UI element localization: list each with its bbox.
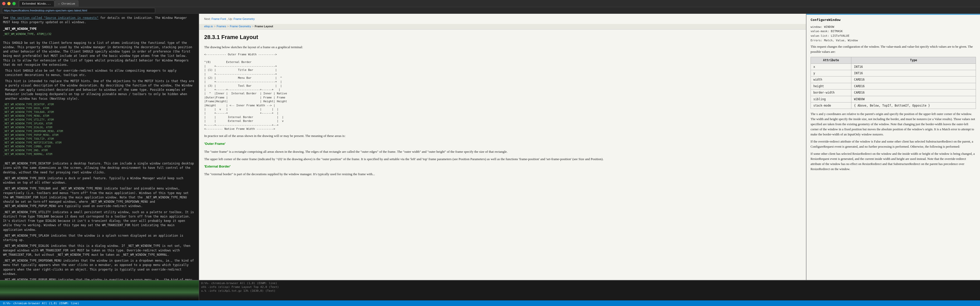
table-row: width CARD16 — [811, 76, 976, 83]
attributes-table: Attribute Type x INT16 y INT16 width CAR… — [811, 57, 976, 109]
main-area: See the section called "Source indicatio… — [0, 14, 980, 280]
middle-pane[interactable]: Next: Frame Font , Up: Frame Geometry el… — [199, 14, 807, 280]
table-header-attr: Attribute — [811, 57, 851, 63]
tab-2[interactable]: — Chromium — [55, 0, 78, 6]
outer-frame-label: 'Outer Frame' — [204, 141, 801, 147]
type-height: CARD16 — [851, 83, 976, 89]
atom-row-dialog: _NET_WM_WINDOW_TYPE_DIALOG, ATOM — [3, 125, 196, 129]
minimize-button[interactable] — [7, 2, 11, 5]
desc-splash: _NET_WM_WINDOW_TYPE_SPLASH indicates tha… — [3, 233, 196, 243]
bottom-image — [0, 281, 199, 300]
left-pane[interactable]: See the section called "Source indicatio… — [0, 14, 199, 280]
breadcrumb-frame-geometry[interactable]: Frame Geometry — [230, 24, 251, 29]
section-title-net-wm: _NET_WM_WINDOW_TYPE — [3, 27, 196, 31]
nav-up-link[interactable]: Frame Geometry — [234, 17, 255, 21]
config-desc-3: If the override-redirect attribute of th… — [811, 139, 976, 149]
atom-row-tooltip: _NET_WM_WINDOW_TYPE_TOOLTIP, ATOM — [3, 137, 196, 141]
maximize-button[interactable] — [12, 2, 16, 5]
config-desc-4: If some other client has selected Resize… — [811, 151, 976, 171]
intro-text: See the section called "Source indicatio… — [3, 16, 196, 25]
intro-para: The drawing below sketches the layout of… — [204, 44, 801, 50]
desc-popup: _NET_WM_WINDOW_TYPE_POPUP_MENU indicates… — [3, 278, 196, 280]
desc-toolbar: _NET_WM_WINDOW_TYPE_TOOLBAR and _NET_WM_… — [3, 186, 196, 208]
table-row: sibling WINDOW — [811, 96, 976, 102]
url-input[interactable] — [2, 8, 155, 13]
body-text-1: This SHOULD be set by the Client before … — [3, 41, 196, 67]
param-errors: Errors: Match, Value, Window — [811, 38, 976, 43]
table-row: x INT16 — [811, 63, 976, 70]
param-mask: value-mask: BITMASK — [811, 29, 976, 34]
bottom-strip: U:%%- chromium-browser All (1,0) (EXWM: … — [0, 280, 980, 300]
atom-row-normal: _NET_WM_WINDOW_TYPE_NORMAL, ATOM — [3, 152, 196, 156]
address-bar — [0, 7, 980, 14]
breadcrumb-root[interactable]: elisp.io — [204, 24, 213, 29]
external-border-label: 'External Border' — [204, 164, 801, 169]
type-y: INT16 — [851, 70, 976, 76]
type-stack-mode: { Above, Below, TopIf, BottomIf, Opposit… — [851, 102, 976, 109]
link-size-position[interactable]: Size and Position — [579, 157, 601, 161]
status-line-1: U:%%- chromium-browser All (1,0) (EXWM: … — [201, 282, 978, 285]
external-border-desc: The "external border" is part of the dec… — [204, 171, 801, 177]
nav-up-label: Up: — [228, 17, 234, 21]
atom-row-dock: _NET_WM_WINDOW_TYPE_DOCK, ATOM — [3, 106, 196, 110]
breadcrumb-sep-3: > — [252, 24, 254, 29]
table-header-type: Type — [851, 57, 976, 63]
type-border-width: CARD16 — [851, 89, 976, 96]
link-frame-position[interactable]: frame-position — [519, 157, 539, 161]
attr-sibling: sibling — [811, 96, 851, 102]
and-text: and — [540, 157, 545, 161]
status-line-3: u.% -info (eliXp1.txt.gz 13% (1630,0) (T… — [201, 289, 978, 292]
window-controls[interactable] — [2, 2, 16, 5]
frame-diagram: <------------ Outer Frame Width --------… — [204, 52, 801, 131]
right-pane[interactable]: ConfigureWindow window: WINDOW value-mas… — [807, 14, 980, 280]
function-name: ConfigureWindow — [811, 17, 976, 23]
attr-x: x — [811, 63, 851, 70]
breadcrumb-frames[interactable]: Frames — [217, 24, 226, 29]
attr-stack-mode: stack-mode — [811, 102, 851, 109]
atom-row-menu: _NET_WM_WINDOW_TYPE_MENU, ATOM — [3, 114, 196, 118]
close-button[interactable] — [2, 2, 6, 5]
hint-text-1: This hint SHOULD also be set for overrid… — [5, 68, 196, 78]
highlight-bar — [807, 14, 980, 15]
type-x: INT16 — [851, 63, 976, 70]
atom-type-header: _NET_WM_WINDOW_TYPE, ATOM[]/32 — [3, 32, 196, 36]
table-row: stack-mode { Above, Below, TopIf, Bottom… — [811, 102, 976, 109]
bottom-status: U:%%- chromium-browser All (1,0) (EXWM: … — [199, 281, 980, 300]
table-row: height CARD16 — [811, 83, 976, 89]
tab-2-label: — Chromium — [58, 2, 75, 5]
tab-1[interactable]: Extended Windo... — [19, 0, 54, 6]
atom-row-utility: _NET_WM_WINDOW_TYPE_UTILITY, ATOM — [3, 118, 196, 122]
breadcrumb-current: Frame Layout — [255, 24, 273, 29]
attr-height: height — [811, 83, 851, 89]
nav-next-label: Next: — [204, 17, 212, 21]
status-bar: U:%%- chromium-browser All (1,0) (EXWM: … — [0, 300, 980, 306]
desc-desktop: _NET_WM_WINDOW_TYPE_DESKTOP indicates a … — [3, 162, 196, 175]
desc-dialog: _NET_WM_WINDOW_TYPE_DIALOG indicates tha… — [3, 244, 196, 257]
desc-utility: _NET_WM_WINDOW_TYPE_UTILITY indicates a … — [3, 210, 196, 232]
diagram-note: In practice not all of the areas shown i… — [204, 133, 801, 139]
params-block: window: WINDOW value-mask: BITMASK value… — [811, 25, 976, 43]
table-row: border-width CARD16 — [811, 89, 976, 96]
hint-text-2: This hint is intended to replace the MOT… — [5, 79, 196, 101]
atom-row-toolbar: _NET_WM_WINDOW_TYPE_TOOLBAR, ATOM — [3, 110, 196, 114]
atom-list: _NET_WM_WINDOW_TYPE_DESKTOP, ATOM _NET_W… — [3, 103, 196, 156]
nav-next-link[interactable]: Frame Font — [212, 17, 226, 21]
attr-border-width: border-width — [811, 89, 851, 96]
atom-row-combo: _NET_WM_WINDOW_TYPE_COMBO, ATOM — [3, 144, 196, 148]
link-position-params[interactable]: Position Parameters — [458, 157, 485, 161]
desc-dock: _NET_WM_WINDOW_TYPE_DOCK indicates a doc… — [3, 176, 196, 185]
title-bar: Extended Windo... — Chromium — [0, 0, 980, 7]
source-indication-link[interactable]: the section called "Source indication in… — [10, 16, 99, 20]
config-desc-1: This request changes the configuration o… — [811, 44, 976, 54]
status-line-2: u%% -info (elisp) Frame Layout Top 42,0 … — [201, 285, 978, 289]
attr-width: width — [811, 76, 851, 83]
nav-links: Next: Frame Font , Up: Frame Geometry — [204, 17, 801, 21]
config-desc-2: The x and y coordinates are relative to … — [811, 111, 976, 137]
atom-row-dropdown: _NET_WM_WINDOW_TYPE_DROPDOWN_MENU, ATOM — [3, 129, 196, 133]
tab-1-label: Extended Windo... — [22, 2, 51, 5]
atom-row-notification: _NET_WM_WINDOW_TYPE_NOTIFICATION, ATOM — [3, 141, 196, 144]
outer-frame-desc-1: The "outer frame" is a rectangle compris… — [204, 149, 801, 155]
link-set-frame-position[interactable]: set-frame-position — [547, 157, 571, 161]
breadcrumb-sep-2: > — [227, 24, 229, 29]
outer-frame-desc-2: The upper left corner of the outer frame… — [204, 157, 801, 162]
